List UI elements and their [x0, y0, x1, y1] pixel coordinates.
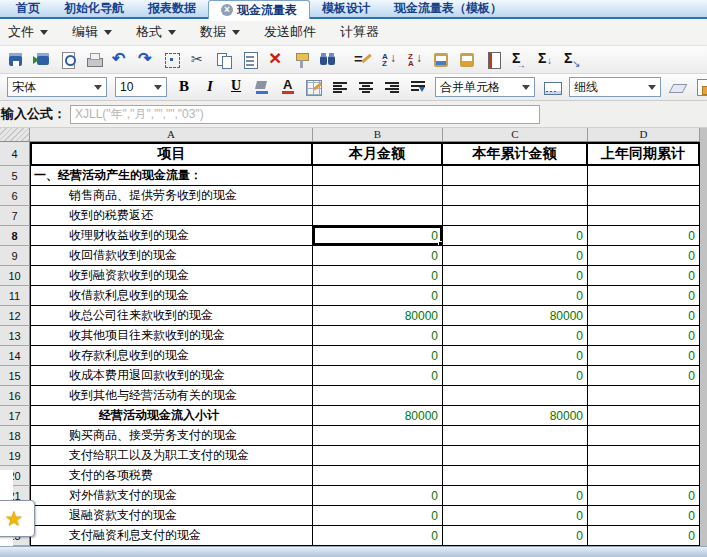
col-header-C[interactable]: C [443, 128, 588, 142]
cell-A22[interactable]: 退融资款支付的现金 [30, 506, 313, 526]
sum-total-icon[interactable] [561, 50, 581, 70]
align-right-icon[interactable] [382, 77, 402, 97]
cell-C8[interactable]: 0 [443, 226, 588, 246]
cell-D15[interactable]: 0 [588, 366, 700, 386]
cell-B20[interactable] [313, 466, 443, 486]
cell-A11[interactable]: 收借款利息收到的现金 [30, 286, 313, 306]
row-header-7[interactable]: 7 [0, 206, 30, 226]
menu-item-2[interactable]: 编辑 [72, 23, 112, 41]
row-header-5[interactable]: 5 [0, 166, 30, 186]
format-painter-icon[interactable] [292, 50, 312, 70]
cell-B14[interactable]: 0 [313, 346, 443, 366]
cell-D17[interactable] [588, 406, 700, 426]
edit-formula-icon[interactable] [353, 50, 373, 70]
cell-C11[interactable]: 0 [443, 286, 588, 306]
menu-item-1[interactable]: 文件 [8, 23, 48, 41]
cell-D7[interactable] [588, 206, 700, 226]
paste-values-icon[interactable] [457, 50, 477, 70]
tab-6[interactable]: 现金流量表（模板） [382, 0, 514, 17]
row-header-12[interactable]: 12 [0, 306, 30, 326]
cell-C5[interactable] [443, 166, 588, 186]
cell-B6[interactable] [313, 186, 443, 206]
paste-special-icon[interactable] [431, 50, 451, 70]
row-header-15[interactable]: 15 [0, 366, 30, 386]
cell-C10[interactable]: 0 [443, 266, 588, 286]
cell-D8[interactable]: 0 [588, 226, 700, 246]
cell-D4[interactable]: 上年同期累计 [588, 142, 700, 166]
cell-D10[interactable]: 0 [588, 266, 700, 286]
col-header-B[interactable]: B [313, 128, 443, 142]
cell-C19[interactable] [443, 446, 588, 466]
cell-A6[interactable]: 销售商品、提供劳务收到的现金 [30, 186, 313, 206]
copy-icon[interactable] [214, 50, 234, 70]
cell-B22[interactable]: 0 [313, 506, 443, 526]
report-icon[interactable] [483, 50, 503, 70]
cell-D23[interactable]: 0 [588, 526, 700, 546]
cell-D22[interactable]: 0 [588, 506, 700, 526]
cell-A14[interactable]: 收存款利息收到的现金 [30, 346, 313, 366]
undo-icon[interactable] [110, 50, 130, 70]
cell-D18[interactable] [588, 426, 700, 446]
cut-icon[interactable] [188, 50, 208, 70]
bold-icon[interactable] [174, 77, 194, 97]
row-header-13[interactable]: 13 [0, 326, 30, 346]
row-header-8[interactable]: 8 [0, 226, 30, 246]
print-icon[interactable] [84, 50, 104, 70]
tab-close-icon[interactable]: × [221, 4, 233, 16]
cell-C20[interactable] [443, 466, 588, 486]
cell-D9[interactable]: 0 [588, 246, 700, 266]
cell-D5[interactable] [588, 166, 700, 186]
cell-A16[interactable]: 收到其他与经营活动有关的现金 [30, 386, 313, 406]
cell-A20[interactable]: 支付的各项税费 [30, 466, 313, 486]
eraser-icon[interactable] [668, 77, 688, 97]
row-header-10[interactable]: 10 [0, 266, 30, 286]
col-header-D[interactable]: D [588, 128, 700, 142]
print-preview-icon[interactable] [58, 50, 78, 70]
menu-item-5[interactable]: 发送邮件 [264, 23, 316, 41]
row-header-16[interactable]: 16 [0, 386, 30, 406]
font-size-select[interactable]: 10 [115, 77, 167, 97]
font-color-icon[interactable] [278, 77, 298, 97]
align-center-icon[interactable] [356, 77, 376, 97]
col-header-A[interactable]: A [30, 128, 313, 142]
cell-D12[interactable]: 0 [588, 306, 700, 326]
cell-C12[interactable]: 80000 [443, 306, 588, 326]
cell-C17[interactable]: 80000 [443, 406, 588, 426]
cell-A19[interactable]: 支付给职工以及为职工支付的现金 [30, 446, 313, 466]
style-grid-icon[interactable] [304, 77, 324, 97]
cell-C16[interactable] [443, 386, 588, 406]
cell-C23[interactable]: 0 [443, 526, 588, 546]
tab-2[interactable]: 初始化导航 [52, 0, 136, 17]
row-header-11[interactable]: 11 [0, 286, 30, 306]
sort-asc-icon[interactable] [379, 50, 399, 70]
cell-A17[interactable]: 经营活动现金流入小计 [30, 406, 313, 426]
cell-B15[interactable]: 0 [313, 366, 443, 386]
cell-B4[interactable]: 本月金额 [313, 142, 443, 166]
tab-5[interactable]: 模板设计 [310, 0, 382, 17]
tab-1[interactable]: 首页 [4, 0, 52, 17]
cell-border-icon[interactable] [542, 77, 562, 97]
cell-C14[interactable]: 0 [443, 346, 588, 366]
underline-icon[interactable] [226, 77, 246, 97]
cell-B10[interactable]: 0 [313, 266, 443, 286]
cell-D6[interactable] [588, 186, 700, 206]
save-as-icon[interactable] [32, 50, 52, 70]
cell-B5[interactable] [313, 166, 443, 186]
favorite-shortcut-button[interactable]: ★ [0, 500, 35, 537]
cell-A7[interactable]: 收到的税费返还 [30, 206, 313, 226]
cell-A12[interactable]: 收总公司往来款收到的现金 [30, 306, 313, 326]
row-header-14[interactable]: 14 [0, 346, 30, 366]
row-header-19[interactable]: 19 [0, 446, 30, 466]
cell-D13[interactable]: 0 [588, 326, 700, 346]
cell-B8[interactable]: 0 [313, 226, 443, 246]
selection-fill-handle[interactable] [438, 241, 443, 246]
menu-item-3[interactable]: 格式 [136, 23, 176, 41]
cell-C15[interactable]: 0 [443, 366, 588, 386]
font-select[interactable]: 宋体 [7, 77, 107, 97]
cell-A21[interactable]: 对外借款支付的现金 [30, 486, 313, 506]
sum-row-icon[interactable] [509, 50, 529, 70]
cell-B23[interactable]: 0 [313, 526, 443, 546]
text-wrap-icon[interactable] [408, 77, 428, 97]
cell-C13[interactable]: 0 [443, 326, 588, 346]
cell-A4[interactable]: 项目 [30, 142, 313, 166]
